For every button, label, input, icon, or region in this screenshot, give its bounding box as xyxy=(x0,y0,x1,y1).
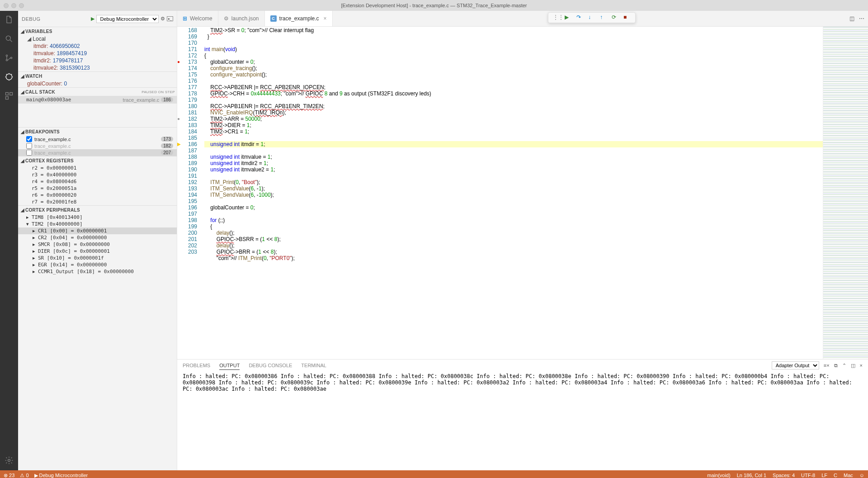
close-window-icon[interactable] xyxy=(4,3,9,8)
peripheral-register-row[interactable]: ▸EGR [0x14] = 0x00000000 xyxy=(18,261,177,268)
step-out-icon[interactable]: ↑ xyxy=(600,14,607,21)
svg-rect-6 xyxy=(10,93,13,95)
open-log-icon[interactable]: ⧉ xyxy=(834,363,838,369)
maximize-panel-icon[interactable]: ◫ xyxy=(851,363,855,369)
svg-point-4 xyxy=(6,74,12,80)
debug-icon[interactable] xyxy=(4,71,14,82)
editor-tab[interactable]: ⚙launch.json xyxy=(218,11,265,26)
step-over-icon[interactable]: ↷ xyxy=(576,14,584,21)
source-control-icon[interactable] xyxy=(4,52,14,63)
register-row[interactable]: r5 = 0x2000051a xyxy=(18,185,177,192)
status-cursor[interactable]: Ln 186, Col 1 xyxy=(737,473,766,478)
search-icon[interactable] xyxy=(4,33,14,44)
register-row[interactable]: r6 = 0x00000020 xyxy=(18,192,177,199)
restart-icon[interactable]: ⟳ xyxy=(612,14,619,21)
svg-rect-7 xyxy=(6,97,9,99)
peripherals-section-header[interactable]: ◢CORTEX PERIPHERALS xyxy=(18,206,177,214)
svg-rect-5 xyxy=(6,93,9,95)
continue-icon[interactable]: ▶ xyxy=(565,14,572,21)
debug-toolbar[interactable]: ⋮⋮ ▶ ↷ ↓ ↑ ⟳ ■ xyxy=(548,12,636,23)
svg-point-1 xyxy=(6,55,7,56)
peripheral-row[interactable]: ▸TIM8 [0x40013400] xyxy=(18,214,177,221)
peripheral-register-row[interactable]: ▸SR [0x10] = 0x0000001f xyxy=(18,255,177,261)
peripheral-register-row[interactable]: ▸CR2 [0x04] = 0x00000000 xyxy=(18,234,177,241)
minimize-window-icon[interactable] xyxy=(11,3,16,8)
vscode-icon: ⊞ xyxy=(183,15,187,22)
title-bar: [Extension Development Host] - trace_exa… xyxy=(0,0,868,11)
variable-row[interactable]: itmdir2: 1799478117 xyxy=(18,57,177,64)
status-warnings[interactable]: ⚠ 0 xyxy=(20,473,28,478)
breakpoint-row[interactable]: trace_example.c182 xyxy=(18,142,177,149)
editor-tab[interactable]: Ctrace_example.c× xyxy=(265,11,333,26)
debug-config-select[interactable]: Debug Microcontroller xyxy=(96,15,159,23)
extensions-icon[interactable] xyxy=(4,90,14,101)
bottom-panel: PROBLEMSOUTPUTDEBUG CONSOLETERMINAL Adap… xyxy=(177,359,868,470)
window-controls[interactable] xyxy=(4,3,24,8)
variables-section-header[interactable]: ◢VARIABLES xyxy=(18,27,177,35)
svg-point-0 xyxy=(6,36,10,40)
panel-tab[interactable]: DEBUG CONSOLE xyxy=(249,361,292,370)
svg-point-8 xyxy=(8,459,10,462)
debug-sidebar: DEBUG ▶ Debug Microcontroller ⚙ ▸_ ◢VARI… xyxy=(18,11,177,470)
breakpoints-section-header[interactable]: ◢BREAKPOINTS xyxy=(18,128,177,136)
register-row[interactable]: r7 = 0x20001fe8 xyxy=(18,199,177,205)
svg-point-2 xyxy=(6,59,7,61)
files-icon[interactable] xyxy=(4,14,14,25)
debug-settings-gear-icon[interactable]: ⚙ xyxy=(160,16,165,22)
watch-section-header[interactable]: ◢WATCH xyxy=(18,72,177,80)
status-debug-session[interactable]: ▶ Debug Microcontroller xyxy=(34,473,88,478)
more-actions-icon[interactable]: ⋯ xyxy=(859,15,864,22)
output-content[interactable]: Info : halted: PC: 0x08000386 Info : hal… xyxy=(177,371,868,470)
start-debug-icon[interactable]: ▶ xyxy=(91,16,94,22)
status-bar: ⊗ 23 ⚠ 0 ▶ Debug Microcontroller main(vo… xyxy=(0,470,868,478)
status-scope[interactable]: main(void) xyxy=(707,473,730,478)
drag-handle-icon[interactable]: ⋮⋮ xyxy=(553,14,560,21)
variables-scope-local[interactable]: ◢ Local xyxy=(18,35,177,43)
variable-row[interactable]: itmvalue2: 3815390123 xyxy=(18,64,177,71)
status-language[interactable]: C xyxy=(834,473,837,478)
status-eol[interactable]: LF xyxy=(821,473,827,478)
status-spaces[interactable]: Spaces: 4 xyxy=(773,473,795,478)
status-encoding[interactable]: UTF-8 xyxy=(801,473,815,478)
editor-tabs: ⊞Welcome⚙launch.jsonCtrace_example.c× ⋮⋮… xyxy=(177,11,868,27)
split-editor-icon[interactable]: ◫ xyxy=(849,15,854,22)
callstack-frame[interactable]: main@0x080003aetrace_example.c186 xyxy=(18,96,177,104)
registers-section-header[interactable]: ◢CORTEX REGISTERS xyxy=(18,156,177,165)
register-row[interactable]: r2 = 0x00000001 xyxy=(18,165,177,171)
step-into-icon[interactable]: ↓ xyxy=(588,14,595,21)
close-panel-icon[interactable]: × xyxy=(860,363,863,368)
panel-tab[interactable]: TERMINAL xyxy=(301,361,326,370)
peripheral-register-row[interactable]: ▸SMCR [0x08] = 0x00000000 xyxy=(18,241,177,248)
breakpoint-row[interactable]: trace_example.c207 xyxy=(18,149,177,156)
peripheral-register-row[interactable]: ▸CCMR1_Output [0x18] = 0x00000000 xyxy=(18,268,177,275)
peripheral-register-row[interactable]: ▸DIER [0x0c] = 0x00000001 xyxy=(18,248,177,255)
editor-area: ⊞Welcome⚙launch.jsonCtrace_example.c× ⋮⋮… xyxy=(177,11,868,470)
code-editor[interactable]: ● ● ▶ 1681691701711721731741751761771781… xyxy=(177,27,868,359)
peripheral-register-row[interactable]: ▸CR1 [0x00] = 0x00000001 xyxy=(18,227,177,234)
status-errors[interactable]: ⊗ 23 xyxy=(4,473,14,478)
sidebar-title: DEBUG xyxy=(22,16,41,22)
editor-tab[interactable]: ⊞Welcome xyxy=(177,11,218,26)
watch-row[interactable]: globalCounter: 0 xyxy=(18,80,177,87)
variable-row[interactable]: itmdir: 4066950602 xyxy=(18,43,177,50)
panel-tab[interactable]: PROBLEMS xyxy=(183,361,210,370)
stop-icon[interactable]: ■ xyxy=(623,14,631,21)
register-row[interactable]: r4 = 0x080004d6 xyxy=(18,178,177,185)
callstack-section-header[interactable]: ◢CALL STACKPAUSED ON STEP xyxy=(18,88,177,96)
collapse-panel-icon[interactable]: ⌃ xyxy=(842,363,846,369)
status-os[interactable]: Mac xyxy=(844,473,853,478)
peripheral-row[interactable]: ▾TIM2 [0x40000000] xyxy=(18,221,177,227)
clear-output-icon[interactable]: ≡× xyxy=(824,363,830,368)
settings-gear-icon[interactable] xyxy=(4,455,14,466)
output-channel-select[interactable]: Adapter Output xyxy=(772,361,819,369)
minimap[interactable] xyxy=(823,27,868,359)
status-feedback-icon[interactable]: ☺ xyxy=(859,473,864,478)
close-tab-icon[interactable]: × xyxy=(324,15,327,22)
breakpoint-row[interactable]: trace_example.c173 xyxy=(18,136,177,142)
debug-console-icon[interactable]: ▸_ xyxy=(167,16,173,21)
maximize-window-icon[interactable] xyxy=(19,3,24,8)
panel-tab[interactable]: OUTPUT xyxy=(219,361,240,370)
register-row[interactable]: r3 = 0x40000000 xyxy=(18,171,177,178)
variable-row[interactable]: itmvalue: 1898457419 xyxy=(18,50,177,57)
c-file-icon: C xyxy=(270,15,277,22)
